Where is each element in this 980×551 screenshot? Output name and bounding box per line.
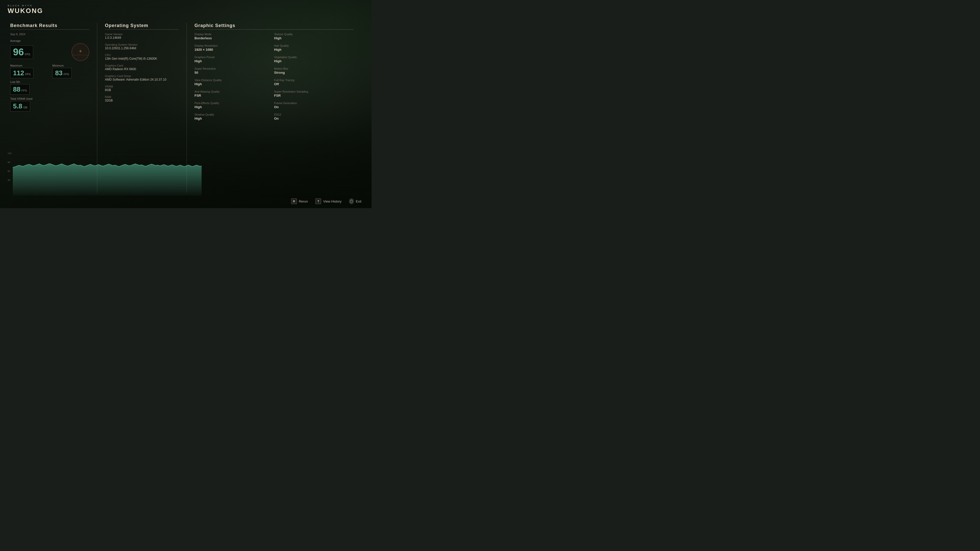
exit-button[interactable]: Exit [349, 198, 361, 204]
exit-mouse-icon [349, 198, 354, 204]
super-res-value: 50 [194, 71, 274, 75]
vram-unit: GB [23, 106, 27, 109]
game-version-item: Game Version 1.0.3.14649 [105, 33, 179, 40]
min-fps: 83 [55, 69, 62, 77]
graphics-preset-label: Graphics Preset [194, 56, 274, 59]
max-fps: 112 [13, 69, 24, 77]
vmodtech-watermark: VMODTECH.COM [73, 54, 88, 56]
low5-value-box: 88 FPS [10, 84, 30, 95]
average-row: 96 FPS ✦ VMODTECH.COM [10, 43, 89, 61]
view-distance-item: View Distance Quality High [194, 79, 274, 86]
content-wrapper: BLACK MYTH WUKONG Benchmark Results Sep … [0, 0, 372, 208]
chart-area [13, 164, 202, 195]
full-ray-tracing-value: Off [274, 82, 354, 86]
vmodtech-badge: ✦ VMODTECH.COM [72, 43, 89, 61]
os-version-value: 10.0.22631.1.256.64bit [105, 46, 179, 50]
benchmark-title: Benchmark Results [10, 23, 89, 28]
view-distance-label: View Distance Quality [194, 79, 274, 82]
chart-y-max: 120 [8, 152, 11, 155]
post-effects-value: High [194, 105, 274, 109]
history-key: T [315, 198, 321, 204]
display-res-value: 1920 × 1080 [194, 48, 274, 52]
vegetation-quality-value: High [274, 59, 354, 63]
post-effects-item: Post-Effects Quality High [194, 102, 274, 109]
post-effects-label: Post-Effects Quality [194, 102, 274, 105]
rerun-button[interactable]: R Rerun [291, 198, 308, 204]
max-min-row: Maximum 112 FPS Minimum 83 FPS [10, 64, 89, 78]
driver-value: AMD Software: Adrenalin Edition 24.10.37… [105, 78, 179, 81]
super-res-sampling-value: FSR [274, 94, 354, 97]
low5-fps: 88 [13, 86, 21, 94]
max-item: Maximum 112 FPS [10, 64, 47, 78]
min-value-box: 83 FPS [52, 68, 72, 78]
os-divider [105, 29, 179, 30]
settings-grid: Display Mode Borderless Texture Quality … [194, 33, 354, 124]
svg-rect-5 [350, 200, 352, 203]
vram-value: 5.8 [13, 102, 22, 110]
dx12-label: DX12 [274, 113, 354, 116]
average-label: Average [10, 39, 89, 42]
vram-item: VRAM 8GB [105, 85, 179, 92]
display-res-item: Display Resolution 1920 × 1080 [194, 44, 274, 52]
average-value-box: 96 FPS [10, 45, 33, 59]
super-res-item: Super Resolution 50 [194, 67, 274, 75]
game-logo: BLACK MYTH WUKONG [8, 5, 43, 14]
display-mode-value: Borderless [194, 36, 274, 40]
texture-quality-item: Texture Quality High [274, 33, 354, 40]
motion-blur-label: Motion Blur [274, 67, 354, 70]
mouse-icon-svg [350, 200, 353, 203]
hair-quality-value: High [274, 48, 354, 52]
anti-aliasing-label: Anti-Aliasing Quality [194, 90, 274, 93]
hair-quality-item: Hair Quality High [274, 44, 354, 52]
history-label: View History [323, 200, 342, 203]
chart-y-60: 60 [8, 170, 10, 172]
min-item: Minimum 83 FPS [52, 64, 89, 78]
gpu-item: Graphics Card AMD Radeon RX 6600 [105, 64, 179, 71]
driver-label: Graphics Card Driver [105, 75, 179, 78]
cpu-item: CPU 13th Gen Intel(R) Core(TM) i5-13600K [105, 54, 179, 60]
frame-gen-item: Frame Generation On [274, 102, 354, 109]
vegetation-quality-item: Vegetation Quality High [274, 56, 354, 63]
ram-label: RAM [105, 95, 179, 98]
rerun-key: R [291, 198, 297, 204]
graphics-divider [194, 29, 354, 30]
display-mode-label: Display Mode [194, 33, 274, 36]
game-version-label: Game Version [105, 33, 179, 36]
dx12-value: On [274, 117, 354, 121]
anti-aliasing-value: FSR [194, 94, 274, 97]
fps-chart-svg [13, 155, 202, 195]
motion-blur-value: Strong [274, 71, 354, 75]
shadow-quality-value: High [194, 117, 274, 121]
min-label: Minimum [52, 64, 89, 67]
game-version-value: 1.0.3.14649 [105, 36, 179, 40]
frame-gen-value: On [274, 105, 354, 109]
max-value-box: 112 FPS [10, 68, 33, 78]
os-version-item: Operating System Version 10.0.22631.1.25… [105, 43, 179, 50]
max-fps-unit: FPS [25, 73, 30, 76]
low5-fps-unit: FPS [21, 89, 27, 92]
super-res-label: Super Resolution [194, 67, 274, 70]
frame-gen-label: Frame Generation [274, 102, 354, 105]
super-res-sampling-item: Super Resolution Sampling FSR [274, 90, 354, 97]
vmodtech-circle: ✦ VMODTECH.COM [72, 43, 89, 61]
bottom-controls: R Rerun T View History Exit [281, 194, 372, 208]
max-label: Maximum [10, 64, 47, 67]
display-mode-item: Display Mode Borderless [194, 33, 274, 40]
gpu-label: Graphics Card [105, 64, 179, 67]
benchmark-date: Sep 9, 2024 [10, 33, 89, 36]
graphics-title: Graphic Settings [194, 23, 354, 28]
min-fps-unit: FPS [64, 73, 69, 76]
display-res-label: Display Resolution [194, 44, 274, 47]
cpu-value: 13th Gen Intel(R) Core(TM) i5-13600K [105, 57, 179, 60]
texture-quality-value: High [274, 36, 354, 40]
os-vram-label: VRAM [105, 85, 179, 88]
vram-value-box: 5.8 GB [10, 101, 30, 111]
view-history-button[interactable]: T View History [315, 198, 342, 204]
ram-item: RAM 32GB [105, 95, 179, 102]
logo-title: WUKONG [8, 7, 43, 14]
exit-label: Exit [356, 200, 361, 203]
graphics-preset-item: Graphics Preset High [194, 56, 274, 63]
average-fps: 96 [13, 47, 24, 58]
ram-value: 32GB [105, 99, 179, 102]
vram-label: Total VRAM Used [10, 97, 89, 100]
